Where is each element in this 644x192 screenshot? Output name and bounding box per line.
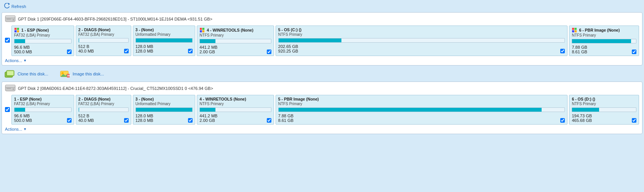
disk1-header: GPT Disk 1 [269FD66E-0F64-4603-BFF8-2968… [5, 15, 639, 23]
partition-checkbox[interactable] [560, 49, 565, 53]
partition-progress-bg [278, 38, 565, 43]
partition-total: 8.61 GB [572, 50, 632, 54]
partition-title: 4 - WINRETOOLS (None) [199, 97, 271, 101]
partition-checkbox-area [124, 49, 129, 53]
disk2-header: GPT Disk 2 [08A6D061-EAD4-11E4-8272-303A… [5, 84, 639, 93]
partition-progress-bg [135, 38, 193, 43]
partition-progress-fill [79, 38, 79, 42]
partition-total: 500.0 MB [14, 118, 67, 123]
refresh-label: Refresh [11, 4, 26, 9]
partition-sizes: 128.0 MB 128.0 MB [135, 114, 188, 123]
partition-sizes: 202.65 GB 920.25 GB [278, 44, 561, 53]
partition-total: 128.0 MB [135, 49, 188, 53]
disk2-actions-label: Actions... [5, 127, 22, 131]
disk1-partitions: 1 - ESP (None) FAT32 (LBA) Primary 96.6 … [11, 26, 639, 56]
partition-sizes: 128.0 MB 128.0 MB [135, 44, 188, 53]
refresh-icon [4, 3, 10, 10]
partition-used: 128.0 MB [135, 44, 188, 49]
svg-rect-3 [6, 19, 11, 19]
partition-total: 2.00 GB [199, 118, 266, 123]
partition-used: 7.88 GB [278, 114, 561, 118]
partition-progress-bg [199, 39, 271, 43]
partition-title: 5 - OS (C:) () [278, 27, 565, 32]
disk1-actions-arrow: ▼ [23, 59, 27, 62]
partition-progress-bg [572, 107, 636, 112]
clone-disk-label: Clone this disk... [18, 72, 48, 76]
svg-rect-27 [6, 88, 11, 89]
partition-progress-fill [279, 38, 341, 42]
partition-type: NTFS Primary [199, 102, 271, 106]
svg-rect-1 [5, 16, 15, 18]
disk2-actions-button[interactable]: Actions... ▼ [5, 127, 27, 131]
clone-icon [5, 69, 15, 78]
image-disk-button[interactable]: IMG Image this disk... [60, 69, 104, 78]
partition-progress-bg [14, 39, 72, 43]
partition-4: 4 - WINRETOOLS (None) NTFS Primary 441.2… [197, 95, 274, 125]
disk1-card: GPT Disk 1 [269FD66E-0F64-4603-BFF8-2968… [2, 12, 642, 66]
partition-6: 6 - PBR Image (None) NTFS Primary 7.88 G… [569, 26, 639, 56]
refresh-bar: Refresh [2, 2, 642, 12]
partition-progress-fill [200, 108, 215, 112]
svg-rect-10 [200, 30, 202, 33]
partition-checkbox[interactable] [67, 50, 72, 54]
partition-total: 920.25 GB [278, 49, 561, 53]
partition-checkbox-area [124, 118, 129, 123]
partition-used: 441.2 MB [199, 114, 266, 118]
partition-progress-bg [78, 107, 129, 112]
partition-checkbox[interactable] [632, 50, 636, 54]
partition-checkbox[interactable] [188, 118, 193, 123]
partition-progress-bg [135, 107, 193, 112]
partition-checkbox[interactable] [67, 118, 72, 123]
svg-point-2 [13, 19, 14, 21]
svg-rect-6 [14, 30, 17, 33]
partition-2: 2 - DIAGS (None) FAT32 (LBA) Primary 512… [76, 26, 131, 56]
disk2-left-checkbox-col [5, 95, 11, 112]
partition-sizes: 7.88 GB 8.61 GB [572, 45, 632, 54]
partition-progress-fill [79, 108, 79, 112]
disk2-card: GPT Disk 2 [08A6D061-EAD4-11E4-8272-303A… [2, 82, 642, 134]
partition-sizes: 512 B 40.0 MB [78, 114, 124, 123]
partition-total: 500.0 MB [14, 50, 67, 54]
partition-checkbox-area [560, 118, 565, 123]
image-disk-label: Image this disk... [73, 72, 104, 76]
partition-checkbox[interactable] [560, 118, 565, 123]
disk1-actions-label: Actions... [5, 58, 22, 63]
partition-checkbox-area [188, 118, 193, 123]
partition-progress-bg [278, 107, 565, 112]
partition-total: 2.00 GB [199, 50, 266, 54]
partition-checkbox[interactable] [267, 50, 271, 54]
partition-checkbox-area [188, 49, 193, 53]
partition-checkbox[interactable] [632, 118, 636, 123]
partition-used: 512 B [78, 44, 124, 49]
partition-progress-fill [136, 108, 193, 112]
partition-checkbox[interactable] [124, 118, 129, 123]
disk2-partitions: 1 - ESP (None) FAT32 (LBA) Primary 96.6 … [11, 95, 639, 125]
refresh-button[interactable]: Refresh [4, 3, 26, 10]
partition-progress-bg [14, 107, 72, 112]
partition-checkbox-area [67, 118, 72, 123]
partition-total: 40.0 MB [78, 118, 124, 123]
partition-1: 1 - ESP (None) FAT32 (LBA) Primary 96.6 … [11, 95, 74, 125]
partition-progress-fill [572, 39, 631, 43]
disk1-left-checkbox-col [5, 26, 11, 43]
partition-3: 3 - (None) Unformatted Primary 128.0 MB … [133, 26, 196, 56]
partition-checkbox[interactable] [124, 49, 129, 53]
svg-rect-13 [575, 28, 577, 30]
partition-used: 96.6 MB [14, 45, 67, 50]
partition-type: NTFS Primary [572, 33, 636, 37]
partition-used: 194.73 GB [572, 114, 632, 118]
partition-checkbox[interactable] [267, 118, 271, 123]
svg-rect-12 [572, 28, 574, 30]
partition-checkbox-area [632, 118, 636, 123]
partition-sizes: 512 B 40.0 MB [78, 44, 124, 53]
disk1-select-all-checkbox[interactable] [5, 38, 10, 43]
svg-point-26 [13, 88, 14, 90]
clone-disk-button[interactable]: Clone this disk... [5, 69, 48, 78]
partition-sizes: 96.6 MB 500.0 MB [14, 114, 67, 123]
svg-rect-14 [572, 30, 574, 33]
disk2-select-all-checkbox[interactable] [5, 107, 10, 112]
partition-type: FAT32 (LBA) Primary [78, 102, 129, 106]
disk1-actions-button[interactable]: Actions... ▼ [5, 58, 27, 63]
partition-checkbox[interactable] [188, 49, 193, 53]
partition-checkbox-area [560, 49, 565, 53]
